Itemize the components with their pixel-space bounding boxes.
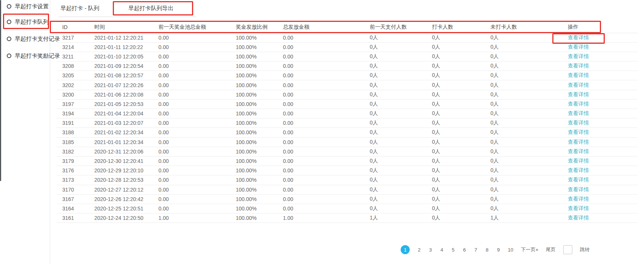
table-row: 31672020-12-26 12:20:420.00100.00%0.000人…: [57, 194, 638, 204]
tab-queue[interactable]: 早起打卡 - 队列: [60, 5, 99, 12]
radio-icon: [7, 37, 11, 41]
table-cell: 3182: [57, 147, 89, 156]
table-cell: 0.00: [277, 194, 364, 204]
page-number-active[interactable]: 1: [401, 245, 410, 254]
view-detail-link[interactable]: 查看详情: [568, 186, 589, 192]
table-cell: 0人: [426, 90, 485, 99]
view-detail-link[interactable]: 查看详情: [568, 167, 589, 173]
table-cell: 3179: [57, 156, 89, 166]
table-cell: 0人: [485, 194, 539, 204]
sidebar-item[interactable]: 早起打卡支付记录: [7, 35, 60, 43]
table-cell: 3188: [57, 128, 89, 137]
table-cell: 0.00: [153, 33, 230, 42]
table-row: 31732020-12-28 12:20:530.00100.00%0.000人…: [57, 175, 638, 185]
view-detail-link[interactable]: 查看详情: [568, 34, 589, 40]
table-cell: 3167: [57, 194, 89, 204]
table-cell: 100.00%: [230, 128, 277, 137]
next-page-button[interactable]: 下一页»: [521, 246, 538, 253]
table-row: 32052021-01-08 12:20:570.00100.00%0.000人…: [57, 71, 638, 80]
table-cell: 0人: [364, 175, 426, 185]
table-cell: 0.00: [153, 61, 230, 71]
table-row: 32112021-01-10 12:20:050.00100.00%0.000人…: [57, 52, 638, 61]
table-cell: 0人: [426, 61, 485, 71]
page-number[interactable]: 2: [417, 247, 421, 253]
view-detail-link[interactable]: 查看详情: [568, 177, 589, 183]
last-page-button[interactable]: 尾页: [546, 246, 556, 253]
table-cell: 0人: [485, 185, 539, 194]
table-row: 31852021-01-01 12:20:340.00100.00%0.000人…: [57, 137, 638, 147]
table-cell: 0人: [364, 71, 426, 80]
table-cell: 0人: [485, 109, 539, 118]
table-cell: 0.00: [153, 52, 230, 61]
queue-table: ID时间前一天奖金池总金额奖金发放比例总发放金额前一天支付人数打卡人数未打卡人数…: [57, 21, 638, 223]
table-cell: 3191: [57, 118, 89, 128]
table-cell: 2021-01-02 12:20:34: [89, 128, 153, 137]
table-cell-action: 查看详情: [539, 33, 638, 42]
tab-queue-export[interactable]: 早起打卡队列导出: [128, 5, 174, 12]
table-header: ID时间前一天奖金池总金额奖金发放比例总发放金额前一天支付人数打卡人数未打卡人数…: [57, 21, 638, 33]
table-cell: 0.00: [277, 204, 364, 213]
view-detail-link[interactable]: 查看详情: [568, 110, 589, 116]
page-jump-input[interactable]: [563, 245, 572, 254]
table-cell: 0人: [364, 185, 426, 194]
table-cell: 0人: [485, 166, 539, 175]
table-cell: 0.00: [153, 118, 230, 128]
table-cell: 3197: [57, 99, 89, 109]
view-detail-link[interactable]: 查看详情: [568, 158, 589, 164]
view-detail-link[interactable]: 查看详情: [568, 139, 589, 145]
page-number[interactable]: 6: [463, 247, 466, 253]
table-cell: 0人: [426, 99, 485, 109]
page-number[interactable]: 5: [451, 247, 455, 253]
table-cell-action: 查看详情: [539, 166, 638, 175]
view-detail-link[interactable]: 查看详情: [568, 205, 589, 211]
view-detail-link[interactable]: 查看详情: [568, 63, 589, 69]
sidebar-item[interactable]: 早起打卡队列: [7, 18, 49, 26]
table-cell-action: 查看详情: [539, 71, 638, 80]
table-cell: 0人: [364, 204, 426, 213]
page-number[interactable]: 9: [496, 247, 500, 253]
table-cell: 1.00: [277, 213, 364, 223]
table-cell: 2020-12-26 12:20:42: [89, 194, 153, 204]
table-cell: 0人: [426, 156, 485, 166]
view-detail-link[interactable]: 查看详情: [568, 44, 589, 50]
table-cell: 3164: [57, 204, 89, 213]
page-number[interactable]: 3: [429, 247, 432, 253]
view-detail-link[interactable]: 查看详情: [568, 120, 589, 126]
table-cell: 0人: [364, 156, 426, 166]
view-detail-link[interactable]: 查看详情: [568, 72, 589, 78]
page-number[interactable]: 4: [440, 247, 444, 253]
sidebar-item[interactable]: 早起打卡设置: [7, 2, 49, 11]
table-cell: 1人: [364, 213, 426, 223]
table-cell: 0人: [364, 61, 426, 71]
view-detail-link[interactable]: 查看详情: [568, 215, 589, 221]
table-cell: 0人: [426, 71, 485, 80]
table-cell: 0人: [485, 118, 539, 128]
view-detail-link[interactable]: 查看详情: [568, 196, 589, 202]
page-number[interactable]: 8: [485, 247, 489, 253]
table-cell: 0.00: [153, 42, 230, 52]
table-cell: 2020-12-30 12:20:41: [89, 156, 153, 166]
table-cell: 2020-12-24 12:20:50: [89, 213, 153, 223]
table-cell: 2021-01-12 12:20:21: [89, 33, 153, 42]
view-detail-link[interactable]: 查看详情: [568, 53, 589, 59]
view-detail-link[interactable]: 查看详情: [568, 148, 589, 154]
sidebar-item[interactable]: 早起打卡奖励记录: [7, 52, 60, 60]
table-cell: 0人: [485, 61, 539, 71]
table-cell: 100.00%: [230, 166, 277, 175]
table-cell: 2021-01-07 12:20:26: [89, 80, 153, 90]
view-detail-link[interactable]: 查看详情: [568, 101, 589, 107]
view-detail-link[interactable]: 查看详情: [568, 91, 589, 97]
page-number[interactable]: 10: [508, 247, 513, 253]
column-header: 总发放金额: [277, 21, 364, 33]
table-cell: 0人: [364, 42, 426, 52]
jump-button[interactable]: 跳转: [580, 246, 590, 253]
table-cell: 0.00: [277, 61, 364, 71]
page-number[interactable]: 7: [474, 247, 478, 253]
table-cell: 0人: [364, 166, 426, 175]
table-cell: 0.00: [277, 52, 364, 61]
table-row: 31642020-12-25 12:20:510.00100.00%0.000人…: [57, 204, 638, 213]
table-cell: 3185: [57, 137, 89, 147]
view-detail-link[interactable]: 查看详情: [568, 129, 589, 135]
table-cell: 0人: [364, 137, 426, 147]
view-detail-link[interactable]: 查看详情: [568, 82, 589, 88]
